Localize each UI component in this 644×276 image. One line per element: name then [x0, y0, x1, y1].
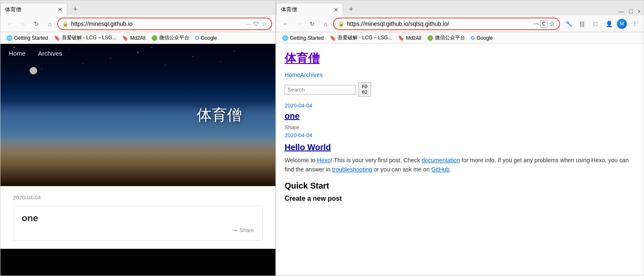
right-bookmark-label-2: Md2All	[406, 35, 421, 41]
left-tab-bar: 体育僧 ✕ +	[0, 0, 275, 15]
right-bookmark-md2all[interactable]: 🔖 Md2All	[395, 34, 424, 42]
right-site-title[interactable]: 体育僧	[285, 51, 635, 66]
left-refresh-button[interactable]: ↻	[31, 18, 42, 30]
left-share-label[interactable]: Share	[239, 227, 254, 233]
right-bookmark-icon-3: 🟢	[427, 35, 433, 41]
right-nav-extra: 🔧 ||| □ 👤 M ⋮	[563, 18, 640, 29]
right-c-icon[interactable]: C	[540, 20, 547, 28]
right-new-tab-button[interactable]: +	[345, 3, 357, 15]
left-new-tab-button[interactable]: +	[69, 3, 81, 15]
right-url-input[interactable]	[347, 20, 531, 27]
right-trouble-link[interactable]: troubleshooting	[332, 166, 372, 173]
right-search-input[interactable]	[285, 85, 356, 95]
left-bookmark-wechat[interactable]: 🟢 微信公众平台	[149, 33, 192, 42]
left-page-content: Home Archives 体育僧 2020-04-04 one ↪ Share	[0, 44, 275, 276]
right-doc-link[interactable]: documentation	[422, 157, 460, 164]
right-tabs-icon[interactable]: □	[590, 18, 601, 29]
right-refresh-button[interactable]: ↻	[306, 18, 318, 30]
right-bookmark-icon-0: 🌐	[282, 35, 288, 41]
left-nav-home[interactable]: Home	[9, 50, 25, 57]
right-bookmarks-bar: 🌐 Getting Started 🔖 吾爱破解 - LCG – LSG... …	[276, 32, 644, 44]
right-menu-icon[interactable]: ⋮	[629, 18, 640, 29]
right-library-icon[interactable]: |||	[577, 18, 588, 29]
right-post1-date[interactable]: 2020-04-04	[285, 102, 635, 109]
right-post2-title[interactable]: Hello World	[285, 143, 635, 152]
right-bookmark-icon-2: 🔖	[398, 35, 404, 41]
right-bookmark-google[interactable]: G Google	[468, 34, 495, 42]
left-page-nav: Home Archives	[0, 44, 275, 63]
right-bookmark-label-1: 吾爱破解 - LCG – LSG...	[338, 34, 392, 41]
right-page-nav: Home Archives	[285, 72, 635, 78]
right-browser-window: 体育僧 ✕ + — □ › ← → ↻ ⌂ 🔒 ··· C ☆ 🔧 ||| □	[276, 0, 644, 276]
right-bookmark-label-4: Google	[476, 35, 493, 41]
left-nav-archives[interactable]: Archives	[38, 50, 62, 57]
left-below-hero: 2020-04-04 one ↪ Share	[0, 186, 275, 249]
right-page-archives-link[interactable]: Archives	[300, 72, 323, 78]
right-active-tab[interactable]: 体育僧 ✕	[276, 3, 343, 15]
right-avatar-icon[interactable]: M	[617, 19, 627, 29]
left-tab-close-icon[interactable]: ✕	[58, 7, 63, 13]
left-bookmark-label-1: 吾爱破解 - LCG – LSG...	[62, 34, 117, 41]
right-back-button[interactable]: ←	[280, 18, 291, 30]
right-search-button[interactable]: FO02	[358, 82, 371, 97]
right-page-home-link[interactable]: Home	[285, 72, 300, 78]
right-tab-title: 体育僧	[281, 6, 330, 13]
left-bookmark-label-3: 微信公众平台	[159, 34, 189, 41]
right-more-button[interactable]: ›	[638, 7, 640, 15]
left-bookmark-label-4: Google	[201, 35, 217, 41]
hero-moon	[30, 67, 37, 74]
left-post-card: one ↪ Share	[13, 206, 263, 240]
left-forward-button[interactable]: →	[17, 18, 29, 30]
right-bookmark-label-3: 微信公众平台	[435, 34, 465, 41]
right-post1-title[interactable]: one	[285, 111, 635, 121]
right-home-button[interactable]: ⌂	[320, 18, 331, 30]
left-address-actions: ··· 🛡 ☆	[246, 20, 267, 27]
right-post2-body-mid: ! This is your very first post. Check	[331, 157, 422, 164]
left-browser-window: 体育僧 ✕ + ← → ↻ ⌂ 🔒 ··· 🛡 ☆ 🌐 Getting Star…	[0, 0, 276, 276]
right-post1-share: Share	[285, 124, 635, 130]
left-bookmark-md2all[interactable]: 🔖 Md2All	[120, 34, 148, 42]
right-star-icon[interactable]: ☆	[549, 20, 555, 28]
left-star-icon[interactable]: ☆	[262, 20, 267, 27]
left-bookmark-getting-started[interactable]: 🌐 Getting Started	[4, 34, 51, 42]
right-post1-date2[interactable]: 2020-04-04	[285, 132, 635, 138]
right-bookmark-wechat[interactable]: 🟢 微信公众平台	[425, 33, 468, 42]
right-bookmark-icon-1: 🔖	[330, 35, 336, 41]
left-shield-icon[interactable]: 🛡	[253, 20, 259, 27]
left-bookmark-icon-0: 🌐	[6, 35, 13, 41]
right-minimize-button[interactable]: —	[619, 8, 624, 15]
left-page: Home Archives 体育僧 2020-04-04 one ↪ Share	[0, 44, 275, 276]
right-page-content: 体育僧 Home Archives FO02 2020-04-04 one Sh…	[276, 44, 644, 276]
right-hexo-link[interactable]: Hexo	[317, 157, 331, 164]
left-post-date: 2020-04-04	[13, 194, 263, 201]
right-create-post-heading: Create a new post	[285, 195, 635, 202]
left-active-tab[interactable]: 体育僧 ✕	[0, 3, 67, 15]
left-post-card-footer: ↪ Share	[22, 227, 254, 233]
right-lock-icon: 🔒	[338, 21, 344, 27]
right-more-dots-icon[interactable]: ···	[533, 20, 539, 28]
left-post-card-title: one	[22, 213, 254, 224]
right-bookmark-getting-started[interactable]: 🌐 Getting Started	[280, 34, 326, 42]
right-address-actions: ··· C ☆	[533, 20, 555, 28]
right-bookmark-wuai[interactable]: 🔖 吾爱破解 - LCG – LSG...	[327, 33, 395, 42]
right-nav-bar: ← → ↻ ⌂ 🔒 ··· C ☆ 🔧 ||| □ 👤 M ⋮	[276, 15, 644, 32]
left-back-button[interactable]: ←	[4, 18, 15, 30]
right-github-link[interactable]: GitHub	[431, 166, 450, 173]
left-url-input[interactable]	[71, 20, 243, 27]
right-maximize-button[interactable]: □	[629, 8, 633, 15]
left-bookmark-wuai[interactable]: 🔖 吾爱破解 - LCG – LSG...	[51, 33, 119, 42]
right-post2-body-intro: Welcome to	[285, 157, 317, 164]
right-forward-button[interactable]: →	[293, 18, 305, 30]
right-address-bar[interactable]: 🔒 ··· C ☆	[333, 18, 560, 30]
right-wrench-icon[interactable]: 🔧	[563, 18, 574, 29]
left-address-bar[interactable]: 🔒 ··· 🛡 ☆	[57, 18, 272, 30]
right-tab-bar: 体育僧 ✕ + — □ ›	[276, 0, 644, 15]
left-share-icon: ↪	[232, 227, 237, 233]
left-bookmarks-bar: 🌐 Getting Started 🔖 吾爱破解 - LCG – LSG... …	[0, 32, 275, 44]
right-profile-icon[interactable]: 👤	[603, 18, 614, 29]
left-bookmark-google[interactable]: G Google	[193, 34, 219, 42]
right-tab-close-icon[interactable]: ✕	[333, 7, 339, 13]
left-more-icon[interactable]: ···	[246, 20, 251, 27]
left-home-button[interactable]: ⌂	[44, 18, 56, 30]
left-bookmark-label-2: Md2All	[130, 35, 145, 41]
